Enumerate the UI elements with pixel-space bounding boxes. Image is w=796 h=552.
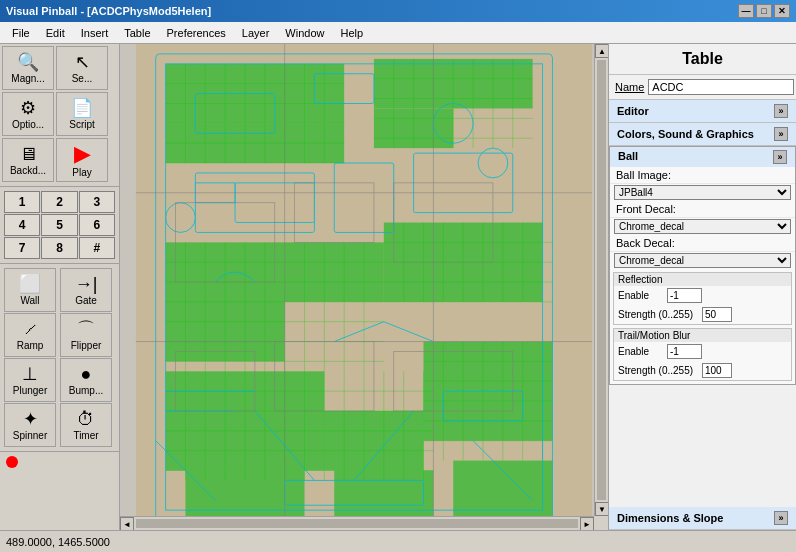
vertical-scrollbar[interactable]: ▲ ▼ [594,44,608,516]
canvas-area[interactable]: ▲ ▼ ◄ ► [120,44,608,530]
spinner-tool[interactable]: ✦ Spinner [4,403,56,447]
play-tool[interactable]: ▶ Play [56,138,108,182]
scroll-thumb-horizontal[interactable] [136,519,578,528]
num-1[interactable]: 1 [4,191,40,213]
script-icon: 📄 [71,99,93,117]
object-tools-section: ⬜ Wall →| Gate ⟋ Ramp ⌒ Flipper ⊥ Plun [0,264,119,452]
backdrop-tool[interactable]: 🖥 Backd... [2,138,54,182]
scroll-left-button[interactable]: ◄ [120,517,134,530]
trail-strength-input[interactable] [702,363,732,378]
scroll-down-button[interactable]: ▼ [595,502,608,516]
tools-row-2: ⚙ Optio... 📄 Script [2,92,117,136]
front-decal-field: Front Decal: [610,201,795,218]
ball-expand-btn[interactable]: » [773,150,787,164]
maximize-button[interactable]: □ [756,4,772,18]
num-hash[interactable]: # [79,237,115,259]
gate-tool[interactable]: →| Gate [60,268,112,312]
dimensions-expand-btn[interactable]: » [774,511,788,525]
timer-label: Timer [73,430,98,441]
menu-layer[interactable]: Layer [234,25,278,41]
scroll-corner [594,516,608,530]
play-label: Play [72,167,91,178]
num-5[interactable]: 5 [41,214,77,236]
timer-tool[interactable]: ⏱ Timer [60,403,112,447]
menu-help[interactable]: Help [332,25,371,41]
plunger-label: Plunger [13,385,47,396]
ball-image-field: Ball Image: [610,167,795,184]
trail-strength-label: Strength (0..255) [618,365,698,376]
plunger-tool[interactable]: ⊥ Plunger [4,358,56,402]
trail-strength-row: Strength (0..255) [614,361,791,380]
colors-section[interactable]: Colors, Sound & Graphics » [609,123,796,146]
tools-row-3: 🖥 Backd... ▶ Play [2,138,117,182]
front-decal-select-row: Chrome_decal [610,218,795,235]
trail-enable-row: Enable [614,342,791,361]
spinner-icon: ✦ [23,410,38,428]
bumper-label: Bump... [69,385,103,396]
select-icon: ↖ [75,53,90,71]
back-decal-select-row: Chrome_decal [610,252,795,269]
bumper-tool[interactable]: ● Bump... [60,358,112,402]
ramp-tool[interactable]: ⟋ Ramp [4,313,56,357]
num-3[interactable]: 3 [79,191,115,213]
num-7[interactable]: 7 [4,237,40,259]
flipper-tool[interactable]: ⌒ Flipper [60,313,112,357]
app-title: Visual Pinball - [ACDCPhysMod5Helen] [6,5,738,17]
menu-window[interactable]: Window [277,25,332,41]
svg-rect-6 [285,242,384,302]
right-panel-title: Table [609,44,796,75]
back-decal-select[interactable]: Chrome_decal [614,253,791,268]
magnify-icon: 🔍 [17,53,39,71]
menu-file[interactable]: File [4,25,38,41]
reflection-strength-row: Strength (0..255) [614,305,791,324]
select-tool[interactable]: ↖ Se... [56,46,108,90]
num-4[interactable]: 4 [4,214,40,236]
reflection-title: Reflection [614,273,791,286]
close-button[interactable]: ✕ [774,4,790,18]
script-tool[interactable]: 📄 Script [56,92,108,136]
indicator-area [0,452,119,472]
reflection-strength-label: Strength (0..255) [618,309,698,320]
script-label: Script [69,119,95,130]
backdrop-icon: 🖥 [19,145,37,163]
colors-expand-btn[interactable]: » [774,127,788,141]
name-input[interactable] [648,79,794,95]
scroll-right-button[interactable]: ► [580,517,594,530]
flipper-label: Flipper [71,340,102,351]
window-controls: — □ ✕ [738,4,790,18]
minimize-button[interactable]: — [738,4,754,18]
num-2[interactable]: 2 [41,191,77,213]
menu-preferences[interactable]: Preferences [159,25,234,41]
ball-image-select[interactable]: JPBall4 [614,185,791,200]
trail-group: Trail/Motion Blur Enable Strength (0..25… [613,328,792,381]
scroll-up-button[interactable]: ▲ [595,44,608,58]
svg-rect-9 [324,411,423,471]
num-6[interactable]: 6 [79,214,115,236]
menu-table[interactable]: Table [116,25,158,41]
magnify-tool[interactable]: 🔍 Magn... [2,46,54,90]
editor-section[interactable]: Editor » [609,100,796,123]
trail-enable-input[interactable] [667,344,702,359]
trail-enable-label: Enable [618,346,663,357]
trail-title: Trail/Motion Blur [614,329,791,342]
reflection-enable-input[interactable] [667,288,702,303]
left-toolbar: 🔍 Magn... ↖ Se... ⚙ Optio... 📄 Script [0,44,120,530]
editor-expand-btn[interactable]: » [774,104,788,118]
table-canvas[interactable] [120,44,608,530]
reflection-strength-input[interactable] [702,307,732,322]
menu-edit[interactable]: Edit [38,25,73,41]
wall-tool[interactable]: ⬜ Wall [4,268,56,312]
editor-label: Editor [617,105,649,117]
options-tool[interactable]: ⚙ Optio... [2,92,54,136]
coordinates: 489.0000, 1465.5000 [6,536,110,548]
dimensions-section[interactable]: Dimensions & Slope » [609,507,796,530]
front-decal-select[interactable]: Chrome_decal [614,219,791,234]
gate-label: Gate [75,295,97,306]
front-decal-label: Front Decal: [616,203,676,215]
menu-insert[interactable]: Insert [73,25,117,41]
dimensions-label: Dimensions & Slope [617,512,723,524]
reflection-group: Reflection Enable Strength (0..255) [613,272,792,325]
scroll-thumb-vertical[interactable] [597,60,606,500]
num-8[interactable]: 8 [41,237,77,259]
horizontal-scrollbar[interactable]: ◄ ► [120,516,594,530]
